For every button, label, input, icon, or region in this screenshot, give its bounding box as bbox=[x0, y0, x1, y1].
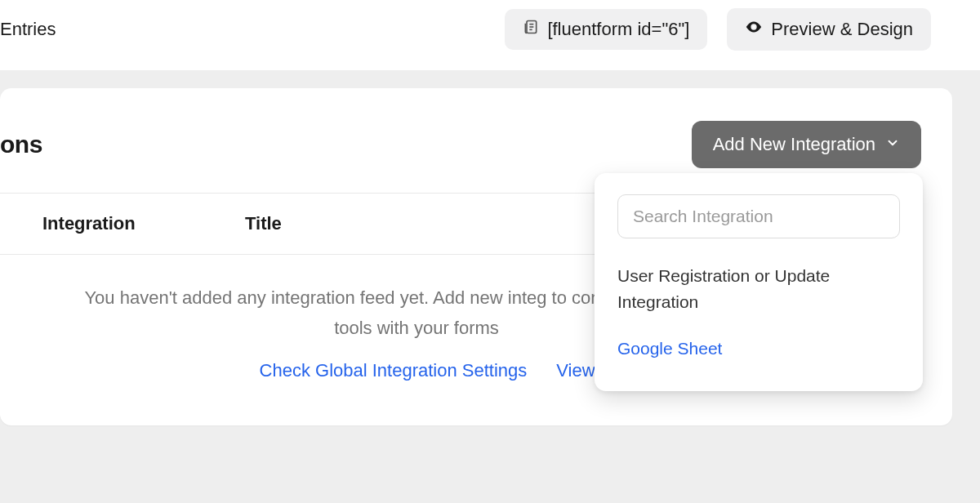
integrations-card: ons Add New Integration Integration Titl… bbox=[0, 88, 952, 425]
column-header-integration: Integration bbox=[0, 213, 245, 234]
preview-design-label: Preview & Design bbox=[771, 19, 913, 40]
integration-option-user-registration[interactable]: User Registration or Update Integration bbox=[617, 256, 900, 321]
chevron-down-icon bbox=[885, 134, 900, 155]
top-toolbar: Entries [fluentform id="6"] bbox=[0, 0, 980, 70]
shortcode-pill[interactable]: [fluentform id="6"] bbox=[505, 9, 707, 50]
form-icon bbox=[523, 19, 539, 40]
search-integration-input[interactable] bbox=[617, 194, 900, 238]
svg-point-4 bbox=[753, 25, 756, 29]
main-area: ons Add New Integration Integration Titl… bbox=[0, 70, 980, 503]
card-title: ons bbox=[0, 131, 42, 158]
shortcode-text: [fluentform id="6"] bbox=[547, 19, 689, 40]
eye-icon bbox=[745, 18, 763, 41]
column-header-title: Title bbox=[245, 213, 282, 234]
card-header: ons Add New Integration bbox=[0, 121, 921, 168]
tab-entries[interactable]: Entries bbox=[0, 19, 56, 40]
topbar-right-group: [fluentform id="6"] Preview & Design bbox=[505, 8, 931, 51]
integration-option-google-sheet[interactable]: Google Sheet bbox=[617, 329, 900, 368]
global-integration-settings-link[interactable]: Check Global Integration Settings bbox=[260, 360, 528, 381]
add-new-integration-button[interactable]: Add New Integration bbox=[692, 121, 921, 168]
preview-design-button[interactable]: Preview & Design bbox=[727, 8, 931, 51]
add-integration-label: Add New Integration bbox=[713, 134, 875, 155]
add-integration-dropdown: User Registration or Update Integration … bbox=[595, 173, 923, 391]
